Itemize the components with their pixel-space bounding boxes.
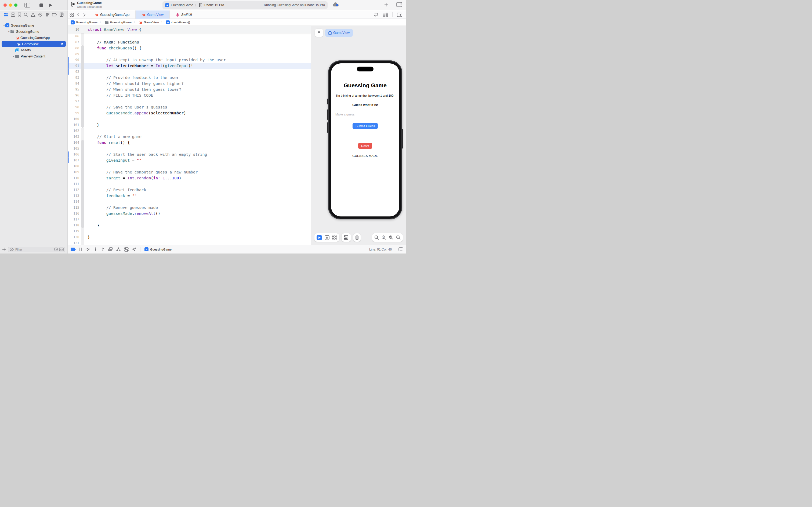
sidebar-item-preview-content[interactable]: ▸Preview Content [0,53,67,59]
step-over-icon[interactable] [85,247,90,251]
submit-guess-button[interactable]: Submit Guess [353,123,378,129]
breadcrumb-item[interactable]: GuessingGame [105,21,131,24]
zoom-actual-icon[interactable]: 1 [382,235,386,240]
code-line[interactable]: 108 [68,163,311,169]
reports-icon[interactable] [60,12,64,17]
code-line[interactable]: 112 // Reset feedback [68,187,311,193]
sidebar-item-guessinggame[interactable]: ▾GuessingGame [0,29,67,35]
code-review-icon[interactable] [373,13,379,17]
selectable-cursor-icon[interactable] [325,235,330,240]
preview-device-icon[interactable] [355,235,358,240]
step-out-icon[interactable] [101,247,105,251]
sidebar-item-assets[interactable]: Assets [0,47,67,53]
sidebar-item-guessinggame[interactable]: ▾AGuessingGame [0,22,67,29]
sidebar-item-guessinggameapp[interactable]: GuessingGameApp [0,35,67,41]
code-line[interactable]: 97 [68,98,311,104]
add-file-button[interactable] [2,247,6,251]
breadcrumb-item[interactable]: AGuessingGame [71,20,98,24]
zoom-out-icon[interactable] [374,235,379,240]
editor-only-mode-icon[interactable] [399,247,403,251]
run-button[interactable] [49,3,53,7]
disclosure-chevron-icon[interactable]: ▾ [7,30,10,33]
step-into-icon[interactable] [94,247,98,251]
code-line[interactable]: 96 // FILL IN THIS CODE [68,92,311,98]
code-line[interactable]: 101 } [68,122,311,128]
code-line[interactable]: 105 [68,146,311,152]
stop-button[interactable] [40,3,43,7]
code-line[interactable]: 95 // When should then guess lower? [68,87,311,92]
code-line[interactable]: 92 [68,69,311,75]
breakpoints-icon[interactable] [52,13,57,17]
back-chevron-icon[interactable] [77,13,79,17]
new-tab-plus-icon[interactable] [384,2,388,7]
code-line[interactable]: 118 } [68,222,311,228]
breadcrumb-item[interactable]: McheckGuess() [166,20,190,24]
env-overrides-icon[interactable] [124,247,129,251]
code-line[interactable]: 87 // MARK: Functions [68,39,311,45]
zoom-window-button[interactable] [14,3,17,7]
source-control-icon[interactable] [11,12,15,17]
tests-icon[interactable] [38,12,43,17]
tab-overview-icon[interactable] [69,13,74,17]
code-line[interactable]: 104 func reset() { [68,139,311,146]
device-settings-icon[interactable] [344,235,349,240]
code-line[interactable]: 121 [68,240,311,245]
forward-chevron-icon[interactable] [83,13,85,17]
code-line[interactable]: 116 guessesMade.removeAll() [68,211,311,216]
hide-debug-area-icon[interactable] [71,247,76,251]
close-window-button[interactable] [3,3,7,7]
variants-grid-icon[interactable] [332,235,337,239]
code-line[interactable]: 106 // Start the user back with an empty… [68,152,311,157]
flags-icon[interactable] [59,247,64,251]
code-line[interactable]: 103 // Start a new game [68,134,311,139]
code-line[interactable]: 98 // Save the user's guesses [68,104,311,110]
code-line[interactable]: 88 func checkGuess() { [68,45,311,51]
bookmarks-icon[interactable] [18,12,21,17]
tab-gameview[interactable]: GameView [135,10,170,19]
memory-graph-icon[interactable] [116,247,121,251]
add-editor-icon[interactable] [397,13,402,17]
code-line[interactable]: 99 guessesMade.append(selectedNumber) [68,110,311,116]
pause-icon[interactable] [79,247,82,251]
filter-field[interactable]: Filter [8,247,65,252]
zoom-fit-icon[interactable] [389,235,393,240]
scheme-target[interactable]: GuessingGame [171,3,193,7]
simulate-location-icon[interactable] [132,247,136,251]
project-navigator-icon[interactable] [3,13,8,17]
scheme-selector[interactable]: A GuessingGame 〉 iPhone 15 Pro Running G… [163,1,328,9]
running-process[interactable]: A GuessingGame [144,247,172,251]
code-line[interactable]: 111 [68,181,311,187]
minimap-icon[interactable] [383,13,388,17]
live-play-icon[interactable] [316,235,322,240]
code-line[interactable]: 89 [68,51,311,57]
inspector-toggle-icon[interactable] [396,2,402,7]
debug-gauge-icon[interactable] [45,12,50,17]
code-line[interactable]: 102 [68,128,311,134]
code-line[interactable]: 93 // Provide feedback to the user [68,75,311,80]
code-line[interactable]: 113 feedback = "" [68,193,311,199]
view-hierarchy-icon[interactable] [108,247,113,251]
zoom-in-icon[interactable] [396,235,401,240]
minimize-window-button[interactable] [9,3,12,7]
code-line[interactable]: 90 // Attempt to unwrap the input provid… [68,57,311,63]
code-line[interactable]: 109 // Have the computer guess a new num… [68,169,311,175]
code-line[interactable]: 86 [68,33,311,39]
find-icon[interactable] [23,12,28,17]
reset-button[interactable]: Reset [358,143,372,149]
disclosure-chevron-icon[interactable]: ▾ [3,24,5,27]
breadcrumb-item[interactable]: GameView [138,20,159,24]
code-line[interactable]: 100 [68,116,311,122]
issues-icon[interactable] [31,13,36,17]
disclosure-chevron-icon[interactable]: ▸ [12,55,15,58]
sidebar-toggle-icon[interactable] [24,3,31,7]
code-line[interactable]: 117 [68,216,311,222]
tab-swiftui[interactable]: SwiftUI [170,10,198,19]
source-editor[interactable]: 10 struct GameView: View { 8687 // MARK:… [68,26,311,245]
scheme-destination[interactable]: iPhone 15 Pro [204,3,224,7]
guess-input[interactable]: Make a guess [335,113,355,116]
preview-target-chip[interactable]: GameView [325,29,353,37]
tab-guessinggameapp[interactable]: GuessingGameApp [89,10,135,19]
code-line[interactable]: 110 target = Int.random(in: 1...100) [68,175,311,181]
code-line[interactable]: 91 let selectedNumber = Int(givenInput)! [68,63,311,69]
code-line[interactable]: 119 [68,228,311,234]
